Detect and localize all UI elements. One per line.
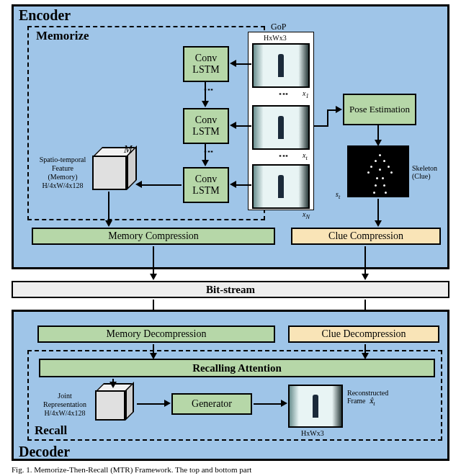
figure-caption: Fig. 1. Memorize-Then-Recall (MTR) Frame… xyxy=(12,465,251,474)
M-label: M xyxy=(124,144,133,156)
st-label: st xyxy=(336,190,340,200)
frame-xN xyxy=(252,164,310,209)
memorize-label: Memorize xyxy=(36,29,89,43)
recall-label: Recall xyxy=(35,423,67,438)
decoder-title: Decoder xyxy=(19,444,70,460)
memory-feature-label: Spatio-temporal Feature (Memory) H/4xW/4… xyxy=(35,156,91,190)
encoder-title: Encoder xyxy=(19,7,71,24)
gop-dim: HxWx3 xyxy=(264,34,287,42)
generator-box: Generator xyxy=(171,393,252,415)
clue-decompression-box: Clue Decompression xyxy=(288,325,439,343)
reconstructed-label: Reconstructed Frame x̂t xyxy=(347,389,400,407)
x1-label: x1 xyxy=(303,89,309,99)
xN-label: xN xyxy=(303,210,310,220)
memory-compression-box: Memory Compression xyxy=(32,228,275,245)
skeleton-box xyxy=(347,145,409,197)
convlstm-t: Conv LSTM xyxy=(183,108,229,144)
frame-x1 xyxy=(252,43,310,88)
memory-cube xyxy=(92,156,135,199)
reconstructed-frame xyxy=(288,385,343,428)
figure-canvas: Encoder Memorize GoP HxWx3 x1 ⋮ xt ⋮ xN … xyxy=(0,0,461,476)
frame-xt xyxy=(252,105,310,150)
gop-dots-2: ⋮ xyxy=(278,151,290,162)
joint-cube xyxy=(95,390,135,431)
gop-dots-1: ⋮ xyxy=(278,89,290,100)
recalling-attention-box: Recalling Attention xyxy=(39,359,435,377)
convlstm-N: Conv LSTM xyxy=(183,167,229,203)
gop-label: GoP xyxy=(271,22,286,32)
clue-label: Skeleton (Clue) xyxy=(412,164,448,180)
clue-compression-box: Clue Compression xyxy=(291,228,441,245)
memory-decompression-box: Memory Decompression xyxy=(37,325,275,343)
convlstm-1: Conv LSTM xyxy=(183,46,229,82)
pose-estimation-box: Pose Estimation xyxy=(343,94,416,125)
rec-dim: HxWx3 xyxy=(301,429,324,437)
joint-label: Joint Representation H/4xW/4x128 xyxy=(36,392,94,418)
bitstream-bar: Bit-stream xyxy=(12,281,449,298)
xt-label: xt xyxy=(303,151,308,161)
